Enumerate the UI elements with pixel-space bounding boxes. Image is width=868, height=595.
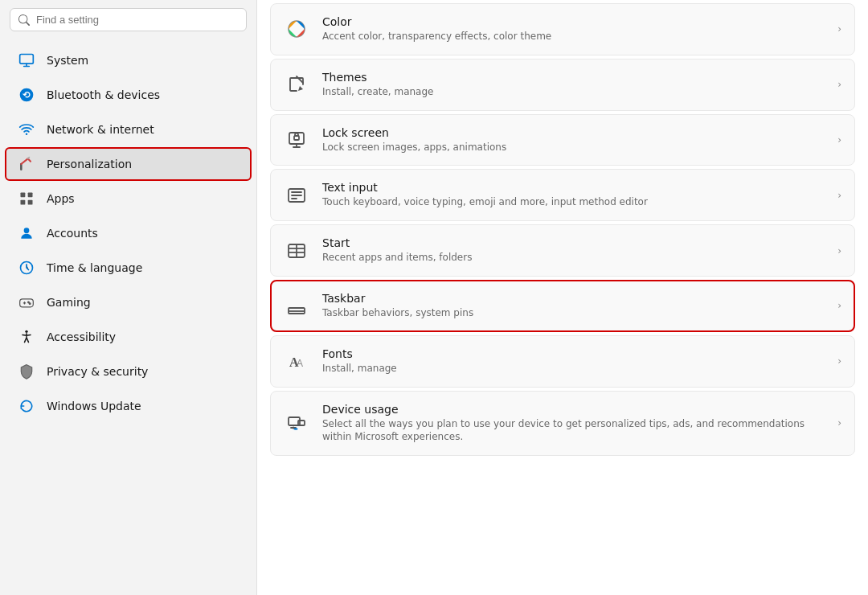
setting-device-usage[interactable]: Device usage Select all the ways you pla… [270,391,855,457]
sidebar-item-system[interactable]: System [5,43,252,77]
accounts-icon [18,224,35,242]
svg-rect-0 [20,55,34,64]
start-icon [284,238,309,264]
apps-icon [18,190,35,207]
color-icon [284,16,309,42]
sidebar-item-privacy-label: Privacy & security [47,365,148,378]
sidebar-item-personalization-label: Personalization [47,158,132,170]
svg-rect-7 [21,200,26,205]
lock-screen-icon [284,127,309,153]
setting-text-input-text: Text input Touch keyboard, voice typing,… [322,181,825,209]
setting-fonts-desc: Install, manage [322,362,825,375]
setting-lock-screen-text: Lock screen Lock screen images, apps, an… [322,126,825,154]
sidebar-item-apps[interactable]: Apps [5,182,252,215]
personalization-icon [18,155,35,173]
setting-fonts-text: Fonts Install, manage [322,347,825,375]
sidebar-item-update-label: Windows Update [47,400,141,412]
start-chevron: › [837,245,841,256]
svg-rect-6 [28,193,33,198]
setting-start[interactable]: Start Recent apps and items, folders › [270,224,855,277]
sidebar-item-accessibility[interactable]: Accessibility [5,320,252,354]
network-icon [18,121,35,138]
setting-color[interactable]: Color Accent color, transparency effects… [270,3,855,55]
sidebar-item-accounts-label: Accounts [47,227,98,240]
settings-list: Color Accent color, transparency effects… [270,0,855,456]
setting-taskbar[interactable]: Taskbar Taskbar behaviors, system pins › [270,280,855,332]
setting-themes-text: Themes Install, create, manage [322,71,825,99]
setting-taskbar-text: Taskbar Taskbar behaviors, system pins [322,292,825,320]
main-content: Color Accent color, transparency effects… [257,0,868,595]
setting-color-desc: Accent color, transparency effects, colo… [322,30,825,43]
setting-lock-screen[interactable]: Lock screen Lock screen images, apps, an… [270,114,855,166]
color-chevron: › [837,23,841,35]
setting-device-usage-title: Device usage [322,403,825,416]
nav-menu: System ⟲ Bluetooth & devices Network [0,43,256,424]
sidebar-item-time-label: Time & language [47,261,142,274]
setting-start-text: Start Recent apps and items, folders [322,236,825,265]
lock-screen-chevron: › [837,134,841,146]
setting-fonts-title: Fonts [322,347,825,360]
setting-color-text: Color Accent color, transparency effects… [322,15,825,43]
sidebar-item-bluetooth[interactable]: ⟲ Bluetooth & devices [5,78,252,112]
svg-point-9 [24,228,30,233]
setting-themes-desc: Install, create, manage [322,85,825,99]
setting-text-input[interactable]: Text input Touch keyboard, voice typing,… [270,169,855,221]
svg-rect-8 [28,200,33,205]
setting-themes[interactable]: Themes Install, create, manage › [270,59,855,111]
svg-text:⟲: ⟲ [23,89,31,101]
themes-chevron: › [837,79,841,90]
svg-rect-18 [289,133,304,144]
search-box[interactable] [10,8,247,31]
bluetooth-icon: ⟲ [18,86,35,104]
svg-rect-5 [21,193,26,198]
device-usage-chevron: › [837,417,841,429]
time-icon [18,259,35,277]
gaming-icon [18,293,35,311]
setting-fonts[interactable]: A A Fonts Install, manage › [270,335,855,388]
system-icon [18,51,35,69]
update-icon [18,397,35,415]
sidebar-item-bluetooth-label: Bluetooth & devices [47,88,160,101]
fonts-icon: A A [284,348,309,374]
search-input[interactable] [36,14,238,26]
sidebar-item-time[interactable]: Time & language [5,251,252,285]
sidebar-item-accessibility-label: Accessibility [47,330,116,343]
svg-point-15 [29,303,31,305]
sidebar-item-gaming-label: Gaming [47,296,91,309]
sidebar-item-accounts[interactable]: Accounts [5,216,252,250]
sidebar: System ⟲ Bluetooth & devices Network [0,0,257,595]
setting-lock-screen-title: Lock screen [322,126,825,139]
svg-point-14 [28,302,30,303]
setting-taskbar-title: Taskbar [322,292,825,305]
svg-point-16 [25,330,27,333]
setting-taskbar-desc: Taskbar behaviors, system pins [322,306,825,320]
svg-point-3 [26,133,28,136]
text-input-chevron: › [837,190,841,201]
sidebar-item-personalization[interactable]: Personalization [5,147,252,181]
setting-text-input-title: Text input [322,181,825,194]
sidebar-item-gaming[interactable]: Gaming [5,285,252,319]
fonts-chevron: › [837,355,841,367]
taskbar-chevron: › [837,300,841,311]
taskbar-icon [284,293,309,318]
privacy-icon [18,363,35,380]
search-icon [18,14,30,26]
setting-text-input-desc: Touch keyboard, voice typing, emoji and … [322,195,825,209]
sidebar-item-privacy[interactable]: Privacy & security [5,355,252,388]
sidebar-item-network[interactable]: Network & internet [5,113,252,146]
accessibility-icon [18,328,35,346]
device-usage-icon [284,410,309,436]
setting-device-usage-text: Device usage Select all the ways you pla… [322,403,825,445]
setting-start-desc: Recent apps and items, folders [322,251,825,265]
setting-themes-title: Themes [322,71,825,84]
setting-color-title: Color [322,15,825,28]
svg-rect-11 [20,299,34,307]
setting-device-usage-desc: Select all the ways you plan to use your… [322,417,825,445]
sidebar-item-update[interactable]: Windows Update [5,389,252,423]
sidebar-item-system-label: System [47,54,88,67]
svg-text:A: A [297,358,303,369]
setting-lock-screen-desc: Lock screen images, apps, animations [322,141,825,154]
setting-start-title: Start [322,236,825,249]
sidebar-item-network-label: Network & internet [47,123,154,136]
themes-icon [284,72,309,97]
